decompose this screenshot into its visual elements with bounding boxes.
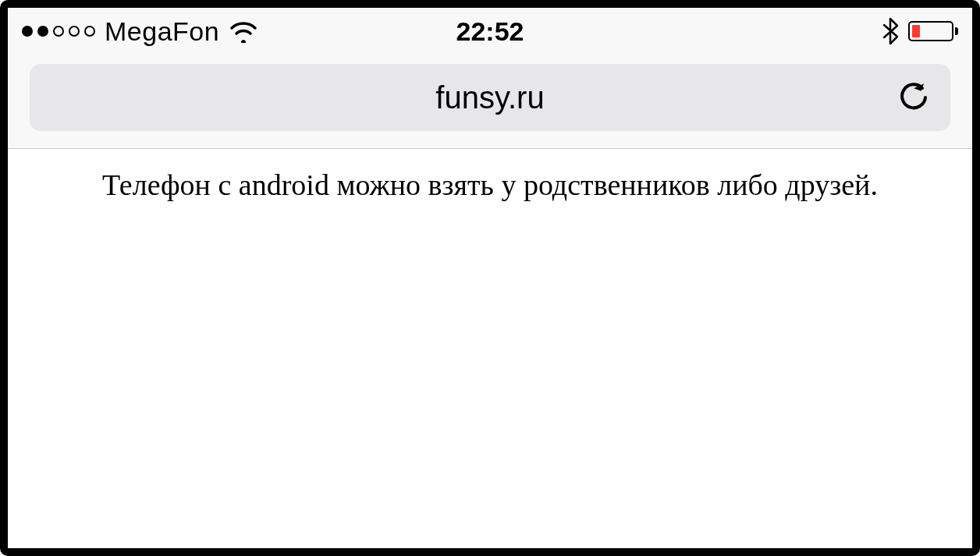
body-text: Телефон с android можно взять у родствен… bbox=[8, 168, 972, 202]
status-left: MegaFon bbox=[22, 16, 258, 47]
address-url: funsy.ru bbox=[435, 80, 544, 115]
cellular-signal-icon bbox=[22, 26, 95, 37]
address-bar[interactable]: funsy.ru bbox=[30, 64, 950, 131]
clock: 22:52 bbox=[456, 16, 524, 47]
status-bar: MegaFon 22:52 bbox=[8, 8, 972, 55]
reload-icon bbox=[899, 82, 930, 113]
status-right bbox=[882, 17, 958, 45]
device-frame: MegaFon 22:52 funsy.r bbox=[0, 0, 980, 556]
bluetooth-icon bbox=[882, 17, 899, 45]
carrier-label: MegaFon bbox=[105, 16, 219, 47]
wifi-icon bbox=[229, 19, 258, 43]
battery-icon bbox=[908, 21, 958, 41]
page-content[interactable]: Телефон с android можно взять у родствен… bbox=[8, 149, 972, 548]
reload-button[interactable] bbox=[897, 80, 932, 115]
browser-toolbar: funsy.ru bbox=[8, 55, 972, 149]
